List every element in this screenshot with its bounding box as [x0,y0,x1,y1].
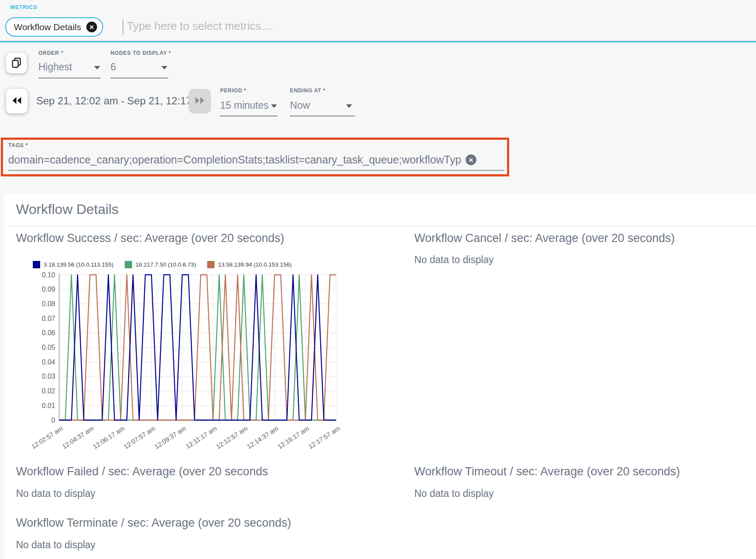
svg-text:12:02:57 am: 12:02:57 am [30,424,64,450]
period-select[interactable]: 15 minutes [220,100,269,111]
workflow-cancel-title: Workflow Cancel / sec: Average (over 20 … [414,232,675,245]
svg-text:0.08: 0.08 [42,300,55,308]
legend-item: 3.18.139.56 (10.0.113.155) [33,261,113,268]
metrics-bar-underline [0,41,756,42]
copy-icon [11,57,22,69]
chevron-down-icon [94,66,100,69]
metrics-section-label: METRICS [10,4,37,10]
svg-text:0.02: 0.02 [42,387,55,395]
failed-no-data: No data to display [16,488,95,499]
metric-chip-workflow-details[interactable]: Workflow Details ✕ [5,17,103,37]
workflow-details-panel: Workflow Details Workflow Success / sec:… [4,194,756,559]
metric-chip-label: Workflow Details [14,22,81,32]
chart-legend: 3.18.139.56 (10.0.113.155) 18.217.7.50 (… [33,261,292,268]
svg-text:0.04: 0.04 [42,358,55,366]
legend-label: 3.18.139.56 (10.0.113.155) [44,261,113,268]
order-underline [38,78,101,79]
ending-underline [290,116,355,116]
legend-swatch-blue [33,261,40,268]
legend-swatch-green [125,261,132,268]
nodes-to-display-label: NODES TO DISPLAY * [110,50,171,56]
ending-at-label: ENDING AT * [290,88,325,94]
timeout-no-data: No data to display [414,488,494,499]
order-select[interactable]: Highest [38,61,72,73]
text-caret [123,19,123,35]
period-label: PERIOD * [220,88,246,94]
nodes-to-display-select[interactable]: 6 [110,61,116,73]
chevron-down-icon [161,66,167,69]
panel-title: Workflow Details [16,201,119,217]
time-back-button[interactable] [6,89,28,113]
svg-text:0.03: 0.03 [42,373,55,380]
workflow-terminate-title: Workflow Terminate / sec: Average (over … [16,516,291,530]
chip-remove-icon[interactable]: ✕ [86,22,97,32]
time-range-text: Sep 21, 12:02 am - Sep 21, 12:17 am [36,95,209,107]
svg-text:12:06:17 am: 12:06:17 am [91,424,126,450]
workflow-success-title: Workflow Success / sec: Average (over 20… [16,232,284,245]
svg-text:0.09: 0.09 [42,286,55,293]
svg-text:12:16:17 am: 12:16:17 am [276,424,310,450]
workflow-timeout-title: Workflow Timeout / sec: Average (over 20… [414,465,680,478]
legend-item: 13.58.139.94 (10.0.153.156) [207,261,291,268]
metrics-dashboard: METRICS Workflow Details ✕ ORDER * Highe… [0,0,756,559]
svg-text:0.01: 0.01 [42,402,55,409]
tags-label: TAGS * [8,142,28,148]
svg-text:12:14:37 am: 12:14:37 am [246,424,280,450]
tags-input[interactable]: domain=cadence_canary;operation=Completi… [8,154,476,166]
chevron-down-icon [271,104,277,108]
period-underline [220,116,277,116]
legend-swatch-brown [207,261,214,268]
svg-text:12:04:37 am: 12:04:37 am [61,424,95,450]
svg-text:12:11:17 am: 12:11:17 am [184,424,218,450]
panel-divider [4,226,756,226]
terminate-no-data: No data to display [16,539,95,551]
fast-forward-icon [194,96,205,106]
ending-at-select[interactable]: Now [290,100,310,111]
tags-underline [8,170,504,171]
chevron-down-icon [346,104,352,108]
svg-text:12:12:57 am: 12:12:57 am [214,424,249,450]
svg-text:0.10: 0.10 [42,271,55,279]
svg-text:12:17:57 am: 12:17:57 am [307,424,341,450]
legend-label: 18.217.7.50 (10.0.6.73) [135,261,196,268]
tags-clear-icon[interactable]: ✕ [466,154,476,165]
svg-text:0.06: 0.06 [42,329,55,336]
rewind-icon [11,96,22,106]
order-label: ORDER * [38,50,63,56]
time-forward-button[interactable] [189,89,211,113]
annotation-highlight-box: TAGS * domain=cadence_canary;operation=C… [1,138,509,176]
legend-label: 13.58.139.94 (10.0.153.156) [218,261,291,268]
copy-button[interactable] [6,53,27,73]
cancel-no-data: No data to display [414,254,494,266]
svg-text:0: 0 [51,417,55,424]
legend-item: 18.217.7.50 (10.0.6.73) [125,261,196,268]
svg-text:12:09:37 am: 12:09:37 am [153,424,187,450]
workflow-failed-title: Workflow Failed / sec: Average (over 20 … [16,465,268,478]
metrics-search-input[interactable] [126,19,514,33]
svg-text:0.05: 0.05 [42,344,55,351]
tags-value: domain=cadence_canary;operation=Completi… [8,154,461,166]
svg-text:12:07:57 am: 12:07:57 am [122,424,156,450]
nodes-underline [110,78,168,79]
success-chart: 0.100.090.080.070.060.050.040.030.020.01… [26,271,354,461]
svg-text:0.07: 0.07 [42,315,55,322]
